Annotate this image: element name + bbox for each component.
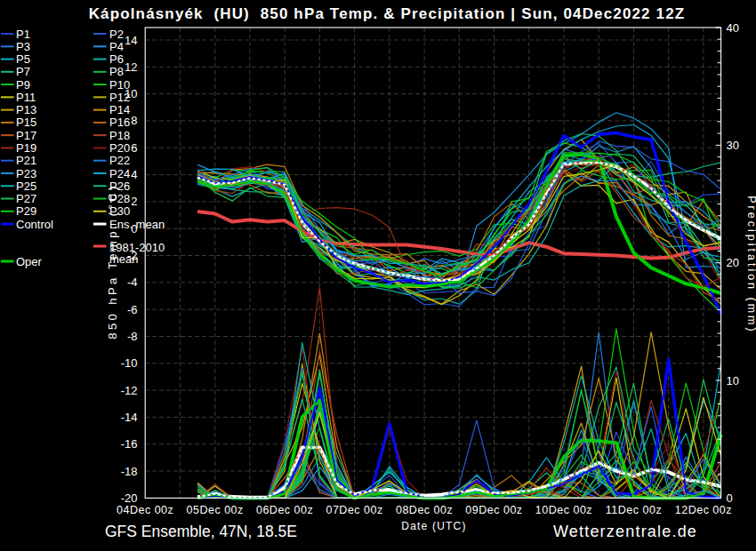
svg-text:07Dec 00z: 07Dec 00z — [326, 504, 382, 516]
svg-text:P16: P16 — [109, 116, 130, 129]
svg-text:08Dec 00z: 08Dec 00z — [396, 504, 453, 516]
svg-text:P19: P19 — [16, 141, 36, 155]
svg-text:P4: P4 — [109, 40, 124, 53]
svg-text:4: 4 — [131, 168, 137, 181]
svg-text:-20: -20 — [121, 491, 138, 505]
svg-text:04Dec 00z: 04Dec 00z — [117, 504, 173, 516]
svg-text:12: 12 — [125, 60, 137, 74]
svg-text:P25: P25 — [16, 180, 36, 193]
svg-text:30: 30 — [727, 139, 739, 152]
svg-text:Oper: Oper — [16, 255, 43, 268]
svg-text:P27: P27 — [16, 192, 36, 205]
svg-text:8: 8 — [131, 114, 137, 127]
svg-text:11Dec 00z: 11Dec 00z — [606, 504, 662, 516]
svg-text:P12: P12 — [109, 91, 130, 104]
svg-text:10: 10 — [727, 374, 739, 387]
svg-text:-12: -12 — [121, 384, 138, 397]
svg-text:P30: P30 — [109, 204, 130, 218]
svg-text:P17: P17 — [16, 129, 36, 142]
svg-text:Control: Control — [16, 218, 53, 231]
svg-text:14: 14 — [125, 34, 137, 47]
svg-text:10Dec 00z: 10Dec 00z — [535, 504, 592, 516]
svg-text:Precipitation (mm): Precipitation (mm) — [745, 196, 756, 333]
svg-text:-4: -4 — [127, 276, 138, 289]
svg-text:05Dec 00z: 05Dec 00z — [187, 504, 244, 516]
svg-text:-10: -10 — [121, 356, 138, 370]
svg-text:P24: P24 — [109, 167, 130, 180]
svg-text:P23: P23 — [16, 167, 36, 180]
svg-text:mean: mean — [109, 252, 139, 266]
svg-text:P8: P8 — [109, 65, 124, 78]
svg-text:Wetterzentrale.de: Wetterzentrale.de — [553, 523, 697, 540]
svg-text:09Dec 00z: 09Dec 00z — [465, 504, 522, 516]
svg-text:P1: P1 — [16, 28, 30, 41]
svg-text:-14: -14 — [121, 411, 138, 424]
svg-text:-6: -6 — [127, 303, 138, 316]
svg-text:P3: P3 — [16, 40, 30, 53]
svg-text:P14: P14 — [109, 103, 130, 116]
svg-text:12Dec 00z: 12Dec 00z — [675, 504, 732, 516]
svg-text:Date (UTC): Date (UTC) — [401, 520, 466, 532]
svg-text:P2: P2 — [109, 28, 124, 41]
svg-text:P28: P28 — [109, 192, 130, 205]
svg-text:Kápolnásnyék (HU) 850 hPa Te: Kápolnásnyék (HU) 850 hPa Temp. & Precip… — [89, 5, 686, 22]
svg-text:P7: P7 — [16, 65, 30, 78]
svg-text:-16: -16 — [121, 437, 138, 451]
svg-text:P13: P13 — [16, 103, 36, 116]
svg-text:-18: -18 — [121, 465, 138, 478]
svg-text:20: 20 — [727, 256, 739, 269]
svg-text:Ens. mean: Ens. mean — [109, 218, 165, 231]
svg-text:0: 0 — [727, 491, 733, 505]
svg-text:-8: -8 — [127, 330, 138, 343]
svg-text:P20: P20 — [109, 141, 130, 155]
svg-text:P18: P18 — [109, 129, 130, 142]
svg-text:2: 2 — [131, 195, 137, 208]
svg-text:P26: P26 — [109, 180, 130, 193]
svg-text:06Dec 00z: 06Dec 00z — [256, 504, 313, 516]
svg-text:P29: P29 — [16, 204, 36, 218]
svg-text:6: 6 — [131, 141, 137, 155]
svg-text:P21: P21 — [16, 154, 36, 167]
svg-text:P6: P6 — [109, 52, 124, 66]
svg-text:40: 40 — [727, 21, 739, 35]
svg-text:P9: P9 — [16, 78, 30, 92]
svg-text:P22: P22 — [109, 154, 130, 167]
svg-text:P15: P15 — [16, 116, 36, 129]
svg-text:P11: P11 — [16, 91, 36, 104]
svg-text:P10: P10 — [109, 78, 130, 92]
svg-text:P5: P5 — [16, 52, 30, 66]
svg-text:GFS Ensemble, 47N, 18.5E: GFS Ensemble, 47N, 18.5E — [105, 523, 297, 540]
